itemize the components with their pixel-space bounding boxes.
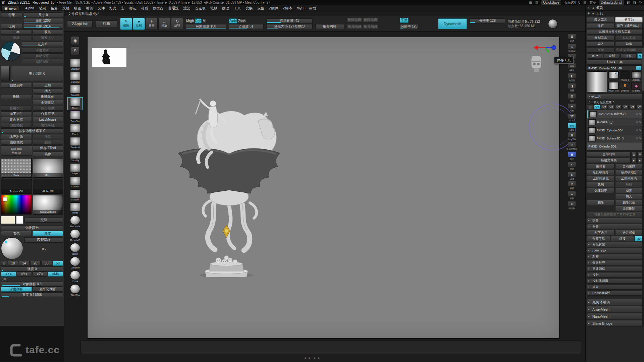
panel-button[interactable]: 曲线模式: [1, 140, 32, 145]
panel-button[interactable]: V2: [594, 105, 600, 109]
panel-button[interactable]: 填充对象: [1, 134, 32, 139]
switch-colors-button[interactable]: 切换颜色: [1, 225, 63, 230]
mode-button[interactable]: + 移动: [146, 18, 158, 30]
panel-button[interactable]: 灯箱►工具: [587, 59, 643, 65]
dock-item[interactable]: TrimDy: [67, 149, 83, 163]
panel-button[interactable]: 一半: [1, 29, 32, 35]
menu-item[interactable]: 编辑: [84, 5, 95, 11]
panel-button[interactable]: 懒惰半径: [33, 123, 63, 128]
m-button[interactable]: M: [202, 18, 206, 23]
dock-item[interactable]: Chrome: [67, 256, 83, 270]
brush-move-thumb[interactable]: Move: [33, 158, 63, 178]
dynamesh-button[interactable]: Dynamesh: [438, 18, 467, 29]
viewport-control-button[interactable]: ● 材质: [565, 191, 579, 200]
menu-item[interactable]: 色彩: [48, 5, 60, 11]
menu-item[interactable]: 绘图: [72, 5, 84, 11]
collapse-left-icon[interactable]: ◄: [592, 6, 595, 10]
menu-item[interactable]: 支援: [255, 5, 267, 11]
rgb-intensity-slider[interactable]: Rgb 强度 100: [186, 24, 226, 29]
panel-button[interactable]: 懒惰捕捉: [1, 123, 32, 128]
active-tool-thumb[interactable]: [587, 71, 607, 92]
goz-button[interactable]: GoZ: [587, 53, 603, 59]
section-header[interactable]: NanoMesh: [587, 313, 643, 319]
panel-button[interactable]: 焊接: [611, 236, 634, 241]
menu-toggle[interactable]: 菜单: [589, 0, 596, 5]
viewport-canvas[interactable]: [87, 37, 559, 339]
panel-button[interactable]: ▲: [631, 152, 637, 157]
panel-button[interactable]: 24: [19, 261, 29, 266]
panel-button[interactable]: 粘贴: [615, 182, 643, 187]
mode-button[interactable]: ↔ 缩放: [158, 18, 170, 30]
dock-item[interactable]: DamSta: [67, 110, 83, 123]
section-header[interactable]: 几何体编辑: [587, 299, 643, 305]
menu-item[interactable]: 材质: [139, 5, 150, 11]
panel-button[interactable]: V5: [615, 105, 622, 109]
panel-button[interactable]: 可见: [621, 53, 637, 59]
panel-button[interactable]: 宽度 1914: [23, 24, 63, 29]
camera-intensity-slider[interactable]: 强度 0: [1, 266, 63, 272]
load-tool-button[interactable]: 载入工具: [587, 17, 614, 22]
dock-item[interactable]: Pinch: [67, 123, 83, 136]
panel-button[interactable]: 生成 多边形网格物体: [615, 47, 643, 53]
panel-button[interactable]: 删除其他: [615, 200, 643, 205]
panel-button[interactable]: ▸: [631, 158, 637, 163]
panel-button[interactable]: 插入: [33, 88, 63, 94]
panel-button[interactable]: 凹陷深度: [22, 59, 63, 64]
subtool-item[interactable]: 基础素材2_1 ⊙ ✎: [587, 118, 642, 126]
panel-button[interactable]: 新建: [1, 35, 32, 40]
mode-button[interactable]: ↻ 旋转: [171, 18, 183, 30]
mrgb-button[interactable]: Mrgb: [186, 18, 194, 23]
eye-icon[interactable]: ⊙: [636, 129, 638, 132]
panel-button[interactable]: 高度 1203: [23, 18, 63, 23]
panel-button[interactable]: 新建文件夹: [587, 158, 631, 163]
menu-item[interactable]: 首选项: [193, 5, 208, 11]
panel-button[interactable]: 全部列出: [587, 152, 631, 157]
sculpt-model[interactable]: [175, 97, 283, 278]
panel-button[interactable]: 从项目文件夹载入工具: [587, 29, 643, 35]
recent-tool-thumb[interactable]: AlphaBr: [631, 71, 642, 81]
colorize-button[interactable]: 着色: [1, 231, 32, 236]
panel-button[interactable]: 将最后操作应用于所有子工具: [587, 212, 643, 217]
viewport-control-button[interactable]: ▦ 滚动: [565, 34, 579, 43]
section-header[interactable]: 对齐: [587, 254, 643, 259]
focal-shift-slider[interactable]: 焦点衰减 -41: [266, 18, 313, 23]
dock-item[interactable]: BasicMa: [67, 215, 83, 229]
z-intensity-slider[interactable]: Z 强度 51: [229, 24, 264, 29]
viewport-control-button[interactable]: ▩ Line Fill: [565, 132, 579, 140]
eye-icon[interactable]: ⊙: [636, 137, 638, 140]
viewport-control-button[interactable]: ◧ 自适应: [565, 73, 579, 82]
smooth-button[interactable]: 平滑: [400, 18, 409, 23]
panel-button[interactable]: 全部: [604, 53, 620, 59]
section-header[interactable]: Redshift属性: [587, 290, 643, 296]
panel-button[interactable]: 清除: [33, 134, 63, 139]
paint-icon[interactable]: ✎: [639, 121, 641, 124]
tray-scroll-hint[interactable]: ◄◄ ►►: [304, 356, 321, 360]
panel-button[interactable]: 删除: [1, 94, 32, 99]
panel-button[interactable]: 按组拆分: [1, 106, 32, 111]
matcap-sphere[interactable]: [1, 237, 23, 259]
zadd-button[interactable]: Zadd: [229, 18, 237, 23]
panel-button[interactable]: 向下合并: [1, 111, 32, 116]
viewport-control-button[interactable]: 3T 3T AT: [565, 113, 579, 122]
mirror-button[interactable]: 镜像: [33, 152, 63, 157]
stroke-dots-thumb[interactable]: Dots: [1, 158, 32, 178]
r-toggle[interactable]: R: [636, 66, 641, 70]
dock-mode-icon[interactable]: S: [71, 47, 79, 55]
recent-tool-thumb[interactable]: 30: [608, 71, 619, 81]
subtool-item[interactable]: PM3D_Sphere3D_3 ⊙ ✎: [587, 134, 642, 142]
camera-head-icon[interactable]: [529, 55, 543, 74]
panel-button[interactable]: 28: [30, 261, 41, 266]
section-header[interactable]: 分散对齐: [587, 260, 643, 265]
recent-tool-thumb[interactable]: PM3D_Cylinder3: [608, 82, 619, 92]
menu-item[interactable]: Z脚本: [280, 5, 294, 11]
viewport-control-button[interactable]: ◐ 幽灵: [565, 162, 579, 171]
gradient-button[interactable]: 渐变: [33, 231, 63, 236]
tool-palette-tab[interactable]: ✱ ◄ 工具 ◦: [586, 11, 644, 16]
panel-button[interactable]: 追加: [615, 188, 643, 193]
gravity-slider[interactable]: 重力强度 0: [11, 66, 63, 81]
menu-item[interactable]: 工具: [231, 5, 243, 11]
pin-icon[interactable]: ◦: [641, 6, 642, 9]
panel-button[interactable]: 按多边形组遮罩 0: [1, 128, 63, 133]
panel-button[interactable]: 全部到最低: [587, 176, 614, 181]
panel-button[interactable]: 全部到最高: [615, 176, 643, 181]
